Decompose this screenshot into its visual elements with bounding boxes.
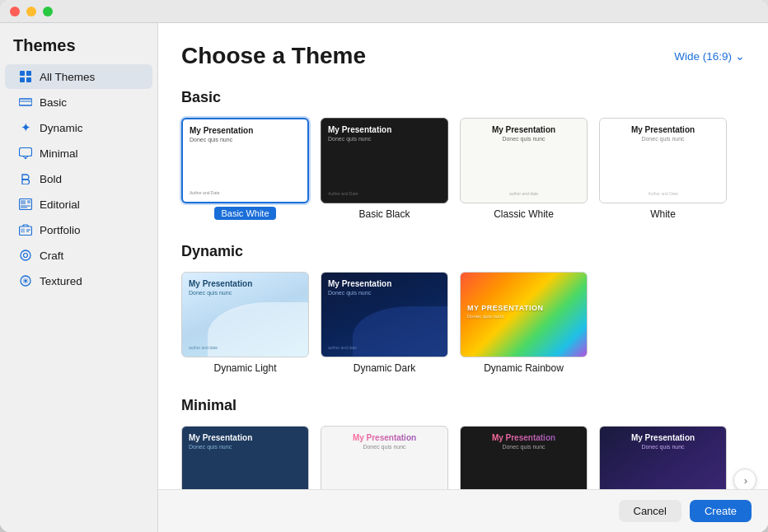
aspect-ratio-label: Wide (16:9)	[674, 50, 732, 63]
minimal-icon	[18, 146, 33, 161]
page-title: Choose a Theme	[181, 43, 366, 69]
titlebar	[0, 0, 768, 23]
svg-rect-6	[20, 148, 32, 156]
svg-point-20	[21, 250, 30, 260]
gradient-thumbnail: My Presentation Donec quis nunc Author a…	[599, 426, 727, 489]
sidebar-label-minimal: Minimal	[40, 147, 78, 160]
main-window: Themes All Themes	[0, 0, 768, 532]
minimal-grid-wrapper: My Presentation Donec quis nunc Author a…	[181, 426, 745, 489]
chevron-down-icon: ⌄	[735, 49, 745, 63]
section-dynamic-title: Dynamic	[181, 243, 745, 260]
theme-dynamic-light[interactable]: My Presentation Donec quis nunc author a…	[181, 272, 309, 374]
color-gradient-light-thumbnail: My Presentation Donec quis nunc Author a…	[321, 426, 448, 489]
sidebar-item-minimal[interactable]: Minimal	[5, 141, 152, 166]
sidebar-label-craft: Craft	[40, 250, 63, 262]
minimal-next-arrow[interactable]: ›	[733, 469, 756, 489]
svg-rect-11	[21, 200, 26, 204]
classic-white-thumbnail: My Presentation Donec quis nunc author a…	[460, 118, 588, 203]
dynamic-light-label: Dynamic Light	[213, 362, 276, 374]
cancel-button[interactable]: Cancel	[619, 500, 681, 522]
svg-point-21	[24, 254, 28, 258]
create-button[interactable]: Create	[690, 500, 752, 522]
section-minimal-title: Minimal	[181, 397, 745, 414]
sidebar-item-bold[interactable]: Bold	[5, 166, 152, 191]
minimize-button[interactable]	[26, 7, 36, 16]
svg-rect-0	[20, 71, 25, 76]
theme-color-gradient[interactable]: My Presentation Donec quis nunc Author a…	[460, 426, 588, 489]
footer: Cancel Create	[158, 489, 768, 532]
sidebar-label-editorial: Editorial	[40, 198, 80, 211]
theme-basic-color[interactable]: My Presentation Donec quis nunc Author a…	[181, 426, 309, 489]
svg-rect-4	[19, 99, 32, 105]
basic-white-badge: Basic White	[214, 207, 275, 220]
svg-rect-1	[26, 71, 31, 76]
basic-black-label: Basic Black	[358, 208, 410, 220]
color-gradient-thumbnail: My Presentation Donec quis nunc Author a…	[460, 426, 588, 489]
dynamic-dark-label: Dynamic Dark	[354, 362, 415, 374]
theme-basic-black[interactable]: My Presentation Donec quis nunc Author a…	[321, 118, 448, 220]
minimal-themes-grid: My Presentation Donec quis nunc Author a…	[181, 426, 745, 489]
sidebar-label-textured: Textured	[40, 275, 82, 287]
content-area: Themes All Themes	[0, 23, 768, 532]
dynamic-rainbow-label: Dynamic Rainbow	[484, 362, 564, 374]
theme-white[interactable]: My Presentation Donec quis nunc Author a…	[599, 118, 727, 220]
theme-color-gradient-light[interactable]: My Presentation Donec quis nunc Author a…	[321, 426, 448, 489]
bold-icon	[18, 171, 33, 186]
white-label: White	[650, 208, 676, 220]
theme-dynamic-rainbow[interactable]: MY PRESENTATION Donec quis nunc Dynamic …	[460, 272, 588, 374]
theme-classic-white[interactable]: My Presentation Donec quis nunc author a…	[460, 118, 588, 220]
craft-icon	[18, 248, 33, 263]
sidebar-item-textured[interactable]: Textured	[5, 268, 152, 293]
textured-icon	[18, 273, 33, 288]
sidebar-header: Themes	[0, 30, 157, 63]
dynamic-themes-grid: My Presentation Donec quis nunc author a…	[181, 272, 745, 374]
dynamic-icon: ✦	[18, 120, 33, 135]
editorial-icon	[18, 197, 33, 212]
svg-rect-3	[26, 77, 31, 82]
theme-basic-white[interactable]: My Presentation Donec quis nunc Author a…	[181, 118, 309, 220]
sidebar-item-portfolio[interactable]: Portfolio	[5, 217, 152, 242]
dynamic-dark-thumbnail: My Presentation Donec quis nunc author a…	[321, 272, 448, 357]
sidebar-label-all-themes: All Themes	[40, 71, 95, 83]
sidebar: Themes All Themes	[0, 23, 158, 532]
main-header: Choose a Theme Wide (16:9) ⌄	[158, 23, 768, 82]
svg-point-24	[25, 280, 27, 282]
sidebar-item-dynamic[interactable]: ✦ Dynamic	[5, 115, 152, 140]
basic-icon	[18, 95, 33, 110]
aspect-ratio-selector[interactable]: Wide (16:9) ⌄	[674, 49, 745, 63]
basic-white-thumbnail: My Presentation Donec quis nunc Author a…	[181, 118, 309, 203]
sidebar-item-all-themes[interactable]: All Themes	[5, 64, 152, 89]
basic-themes-grid: My Presentation Donec quis nunc Author a…	[181, 118, 745, 220]
sidebar-label-portfolio: Portfolio	[40, 224, 81, 236]
classic-white-label: Classic White	[494, 208, 554, 220]
svg-rect-17	[21, 229, 25, 233]
maximize-button[interactable]	[43, 7, 53, 16]
all-themes-icon	[18, 69, 33, 84]
sidebar-item-basic[interactable]: Basic	[5, 90, 152, 114]
sidebar-label-basic: Basic	[40, 96, 67, 109]
theme-dynamic-dark[interactable]: My Presentation Donec quis nunc author a…	[321, 272, 448, 374]
white-thumbnail: My Presentation Donec quis nunc Author a…	[599, 118, 727, 203]
sidebar-item-editorial[interactable]: Editorial	[5, 192, 152, 217]
dynamic-rainbow-thumbnail: MY PRESENTATION Donec quis nunc	[460, 272, 588, 357]
section-minimal: Minimal My Presentation Donec quis nunc	[181, 397, 745, 489]
section-basic-title: Basic	[181, 89, 745, 106]
portfolio-icon	[18, 222, 33, 237]
basic-black-thumbnail: My Presentation Donec quis nunc Author a…	[321, 118, 448, 203]
section-basic: Basic My Presentation Donec quis nunc Au…	[181, 89, 745, 220]
main-content: Choose a Theme Wide (16:9) ⌄ Basic	[158, 23, 768, 532]
svg-rect-2	[20, 77, 25, 82]
theme-gradient[interactable]: My Presentation Donec quis nunc Author a…	[599, 426, 727, 489]
dynamic-light-thumbnail: My Presentation Donec quis nunc author a…	[181, 272, 309, 357]
section-dynamic: Dynamic My Presentation Donec quis nunc	[181, 243, 745, 374]
themes-scroll-area[interactable]: Basic My Presentation Donec quis nunc Au…	[158, 82, 768, 489]
basic-color-thumbnail: My Presentation Donec quis nunc Author a…	[181, 426, 309, 489]
close-button[interactable]	[10, 7, 20, 16]
sidebar-item-craft[interactable]: Craft	[5, 243, 152, 268]
sidebar-label-dynamic: Dynamic	[40, 122, 83, 134]
sidebar-label-bold: Bold	[40, 173, 62, 185]
